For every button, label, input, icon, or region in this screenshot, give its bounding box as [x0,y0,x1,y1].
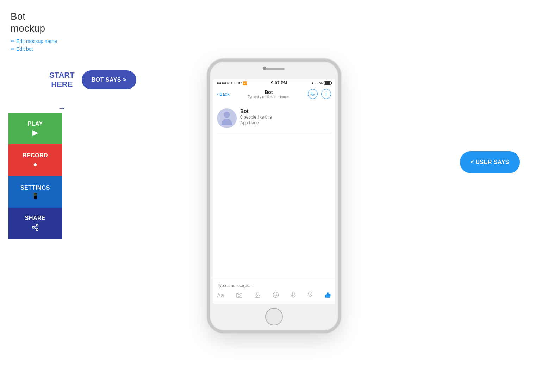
location-icon: ▲ [311,81,314,85]
bot-says-button[interactable]: BOT SAYS > [82,70,136,89]
camera-icon[interactable] [236,292,242,299]
share-label: SHARE [25,215,46,221]
wifi-icon: 📶 [243,81,247,85]
bot-info: Bot 0 people like this App Page [240,108,272,128]
play-label: PLAY [27,121,43,127]
start-here-label: STARTHERE [49,71,75,89]
edit-mockup-name-link[interactable]: ✏ Edit mockup name [11,38,57,44]
photo-icon[interactable] [254,292,261,299]
signal-dots [217,82,229,84]
svg-rect-11 [292,292,294,296]
message-input[interactable] [217,281,331,290]
avatar-silhouette [220,112,233,125]
phone-screen: HT HR 📶 9:07 PM ▲ 88% ‹ Back [213,79,335,304]
text-format-icon[interactable]: Aa [217,292,224,299]
share-icon [31,223,39,232]
svg-line-4 [34,225,36,227]
phone-camera [263,67,266,70]
phone-frame: HT HR 📶 9:07 PM ▲ 88% ‹ Back [207,59,341,333]
input-toolbar: Aa [217,290,331,301]
play-button[interactable]: PLAY ▶ [8,113,62,144]
header-subtitle: Typically replies in minutes [232,95,305,99]
battery-icon [324,81,331,85]
info-icon[interactable]: i [321,89,331,99]
app-title-area: Bot mockup ✏ Edit mockup name ✏ Edit bot [11,11,57,52]
carrier-text: HT HR [231,81,242,85]
app-title: Bot mockup [11,11,57,34]
phone-speaker [263,68,285,70]
left-sidebar: PLAY ▶ RECORD ● SETTINGS 📱 SHARE [8,113,62,239]
start-here-area: STARTHERE BOT SAYS > [49,70,136,89]
svg-line-3 [34,228,36,229]
microphone-icon[interactable] [291,292,296,299]
phone-mockup: HT HR 📶 9:07 PM ▲ 88% ‹ Back [207,59,341,333]
pencil-icon-2: ✏ [11,46,15,52]
chat-area[interactable]: Bot 0 people like this App Page [213,101,335,278]
avatar-head [224,112,230,118]
messenger-header: ‹ Back Bot Typically replies in minutes … [213,87,335,101]
message-input-area: Aa [213,278,335,304]
svg-point-8 [273,292,278,298]
user-says-button[interactable]: < USER SAYS [460,151,520,173]
settings-button[interactable]: SETTINGS 📱 [8,176,62,208]
pencil-icon: ✏ [11,38,15,44]
like-thumbs-up-icon[interactable] [325,292,331,299]
emoji-icon[interactable] [273,292,279,299]
bot-avatar [217,108,237,128]
status-time: 9:07 PM [271,81,287,86]
settings-icon: 📱 [32,193,39,199]
header-center: Bot Typically replies in minutes [232,89,305,99]
phone-call-icon[interactable] [308,89,318,99]
header-bot-name: Bot [232,89,305,95]
bot-profile-name: Bot [240,108,272,114]
svg-point-7 [256,294,257,295]
status-right: ▲ 88% [311,81,331,85]
battery-pct: 88% [316,81,323,85]
bot-likes: 0 people like this [240,115,272,120]
avatar-body [222,119,232,125]
start-arrow-icon: → [58,104,66,113]
header-icons: i [308,89,331,99]
record-icon: ● [33,161,38,168]
bot-page: App Page [240,120,272,125]
back-chevron-icon: ‹ [217,91,219,97]
phone-home-button[interactable] [265,308,283,325]
back-button[interactable]: ‹ Back [217,91,230,97]
svg-point-14 [310,293,311,294]
status-left: HT HR 📶 [217,81,247,85]
bot-profile-card: Bot 0 people like this App Page [217,106,331,134]
settings-label: SETTINGS [20,185,50,191]
back-label: Back [219,91,230,97]
record-button[interactable]: RECORD ● [8,144,62,176]
edit-links-area: ✏ Edit mockup name ✏ Edit bot [11,38,57,52]
record-label: RECORD [23,152,48,159]
status-bar: HT HR 📶 9:07 PM ▲ 88% [213,79,335,87]
location-pin-icon[interactable] [308,292,313,299]
play-icon: ▶ [32,129,38,136]
edit-bot-link[interactable]: ✏ Edit bot [11,46,57,52]
share-button[interactable]: SHARE [8,208,62,239]
svg-point-5 [238,295,240,297]
